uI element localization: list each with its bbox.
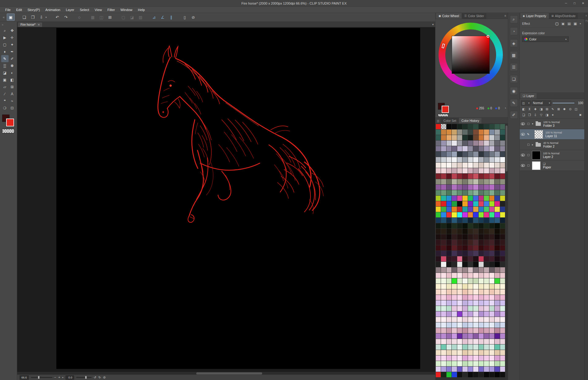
color-swatch[interactable] xyxy=(484,185,489,190)
layer-thumbnail[interactable] xyxy=(532,161,541,170)
layer-color-effect-icon[interactable]: ▤ xyxy=(567,21,572,26)
color-swatch[interactable] xyxy=(495,152,499,157)
color-swatch[interactable] xyxy=(468,168,473,173)
color-swatch[interactable] xyxy=(495,163,499,168)
color-swatch[interactable] xyxy=(495,185,499,190)
color-swatch[interactable] xyxy=(473,141,478,146)
color-swatch[interactable] xyxy=(495,229,499,234)
color-swatch[interactable] xyxy=(468,234,473,239)
color-swatch[interactable] xyxy=(479,185,484,190)
color-swatch[interactable] xyxy=(484,124,489,129)
apply-mask-icon[interactable]: ✦ xyxy=(550,112,556,118)
tab-color-history[interactable]: Color History xyxy=(459,118,482,123)
opacity-value[interactable]: 100 xyxy=(576,101,583,105)
color-swatch[interactable] xyxy=(500,185,505,190)
tone-effect-icon[interactable]: ◉ xyxy=(560,21,566,26)
color-swatch[interactable] xyxy=(447,152,451,157)
color-swatch[interactable] xyxy=(441,278,446,284)
color-swatch[interactable] xyxy=(484,262,489,267)
color-swatch[interactable] xyxy=(489,124,494,129)
color-swatch[interactable] xyxy=(473,218,478,223)
merge-with-lower-layer-icon[interactable]: ▽ xyxy=(538,112,544,118)
color-swatch[interactable] xyxy=(484,356,489,361)
color-swatch[interactable] xyxy=(452,311,457,317)
color-swatch[interactable] xyxy=(462,218,467,223)
color-swatch[interactable] xyxy=(452,322,457,328)
color-swatch[interactable] xyxy=(436,223,441,228)
color-swatch[interactable] xyxy=(484,190,489,195)
horizontal-scrollbar[interactable] xyxy=(17,372,435,374)
color-swatch[interactable] xyxy=(489,339,494,344)
color-swatch[interactable] xyxy=(457,229,462,234)
color-swatch[interactable] xyxy=(473,284,478,289)
color-swatch[interactable] xyxy=(452,262,457,267)
color-swatch[interactable] xyxy=(452,251,457,256)
color-swatch[interactable] xyxy=(452,245,457,250)
brush-tool[interactable]: ✐ xyxy=(9,55,16,62)
color-swatch[interactable] xyxy=(473,245,478,250)
color-swatch[interactable] xyxy=(495,168,499,173)
color-swatch[interactable] xyxy=(473,372,478,377)
color-swatch[interactable] xyxy=(441,130,446,135)
frame-border-tool[interactable]: ⊞ xyxy=(9,83,16,90)
color-swatch[interactable] xyxy=(484,339,489,344)
color-swatch[interactable] xyxy=(479,311,484,317)
color-swatch[interactable] xyxy=(457,212,462,217)
color-swatch[interactable] xyxy=(457,372,462,377)
color-swatch[interactable] xyxy=(436,196,441,201)
color-swatch[interactable] xyxy=(452,212,457,217)
color-swatch[interactable] xyxy=(495,372,499,377)
color-swatch[interactable] xyxy=(452,289,457,295)
color-swatch[interactable] xyxy=(462,179,467,184)
color-swatch[interactable] xyxy=(468,174,473,179)
color-swatch[interactable] xyxy=(473,163,478,168)
color-swatch[interactable] xyxy=(462,240,467,245)
ruler-icon[interactable]: ⊞ xyxy=(544,107,550,112)
color-swatch[interactable] xyxy=(500,179,505,184)
material-icon[interactable]: ❏ xyxy=(510,75,518,83)
color-swatch[interactable] xyxy=(484,174,489,179)
color-swatch[interactable] xyxy=(500,212,505,217)
color-swatch[interactable] xyxy=(447,157,451,162)
color-swatch[interactable] xyxy=(479,278,484,284)
color-swatch[interactable] xyxy=(462,152,467,157)
lock-layer-icon[interactable]: ⊠ xyxy=(556,107,561,112)
color-swatch[interactable] xyxy=(436,306,441,311)
color-swatch[interactable] xyxy=(500,317,505,322)
color-swatch[interactable] xyxy=(447,135,451,140)
redo-icon[interactable]: ↷ xyxy=(62,13,70,21)
color-swatch[interactable] xyxy=(484,300,489,306)
color-swatch[interactable] xyxy=(462,196,467,201)
color-swatch[interactable] xyxy=(473,328,478,333)
color-swatch[interactable] xyxy=(452,344,457,350)
color-swatch[interactable] xyxy=(457,322,462,328)
color-swatch[interactable] xyxy=(447,179,451,184)
color-swatch[interactable] xyxy=(441,273,446,278)
sub-view-tool[interactable]: ⊡ xyxy=(9,104,16,111)
color-swatch[interactable] xyxy=(468,256,473,261)
color-swatch[interactable] xyxy=(447,350,451,355)
color-swatch[interactable] xyxy=(441,185,446,190)
color-swatch[interactable] xyxy=(441,333,446,339)
color-swatch[interactable] xyxy=(495,317,499,322)
color-swatch[interactable] xyxy=(484,328,489,333)
current-operation-icon[interactable]: ▣ xyxy=(7,13,15,21)
color-swatch[interactable] xyxy=(500,196,505,201)
color-swatch[interactable] xyxy=(441,245,446,250)
color-swatch[interactable] xyxy=(473,322,478,328)
color-swatch[interactable] xyxy=(473,251,478,256)
color-swatch[interactable] xyxy=(489,311,494,317)
color-swatch[interactable] xyxy=(447,317,451,322)
color-swatch[interactable] xyxy=(500,141,505,146)
color-swatch[interactable] xyxy=(457,234,462,239)
color-swatch[interactable] xyxy=(489,322,494,328)
color-swatch[interactable] xyxy=(462,284,467,289)
color-swatch[interactable] xyxy=(468,300,473,306)
color-swatch[interactable] xyxy=(462,273,467,278)
hand-tool[interactable]: ✥ xyxy=(9,27,16,34)
color-swatch[interactable] xyxy=(452,201,457,206)
color-swatch[interactable] xyxy=(489,245,494,250)
draft-layer-icon[interactable]: ✎ xyxy=(550,107,556,112)
color-swatch[interactable] xyxy=(479,174,484,179)
color-swatch[interactable] xyxy=(495,295,499,300)
